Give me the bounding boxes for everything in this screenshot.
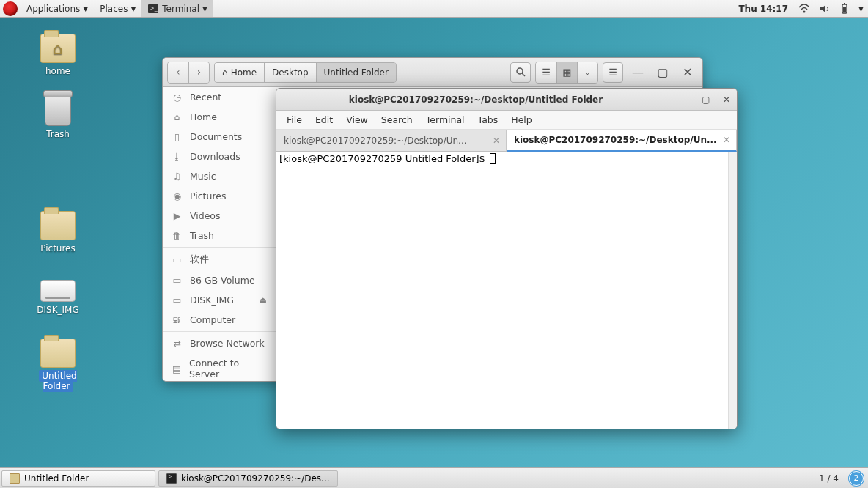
workspace-indicator[interactable]: 1 / 4 (813, 473, 845, 484)
server-icon: ▤ (172, 363, 182, 374)
notification-badge[interactable]: 2 (849, 471, 864, 486)
taskbar-item-terminal[interactable]: kiosk@PC201709270259:~/Des... (158, 470, 338, 487)
sidebar-item-home[interactable]: ⌂Home (163, 107, 276, 127)
music-icon: ♫ (172, 171, 183, 182)
drive-icon: ▭ (172, 275, 183, 286)
terminal-tab-2[interactable]: kiosk@PC201709270259:~/Desktop/Un...✕ (507, 130, 737, 152)
list-view-button[interactable]: ☰ (536, 62, 556, 83)
svg-line-7 (522, 73, 525, 76)
clock-icon: ◷ (172, 92, 183, 103)
search-button[interactable] (510, 62, 531, 83)
sidebar-item-documents[interactable]: ▯Documents (163, 127, 276, 147)
menu-edit[interactable]: Edit (309, 112, 339, 127)
scrollbar[interactable] (728, 152, 737, 429)
minimize-button[interactable]: — (675, 95, 696, 105)
file-manager-toolbar: ‹ › ⌂Home Desktop Untitled Folder ☰ ▦ ⌄ … (163, 58, 702, 87)
desktop-icon-disk[interactable]: DISK_IMG (25, 276, 91, 315)
view-options-button[interactable]: ⌄ (577, 62, 597, 83)
top-panel: Applications ▼ Places ▼ >_ Terminal ▼ Th… (0, 0, 868, 18)
close-button[interactable]: ✕ (716, 95, 737, 105)
sidebar-item-software[interactable]: ▭软件 (163, 249, 276, 270)
sidebar-item-downloads[interactable]: ⭳Downloads (163, 147, 276, 166)
forward-button[interactable]: › (188, 62, 209, 83)
trash-icon (45, 94, 71, 126)
terminal-output[interactable]: [kiosk@PC201709270259 Untitled Folder]$ (276, 152, 737, 429)
path-segment-home[interactable]: ⌂Home (215, 63, 265, 82)
sidebar-item-diskimg[interactable]: ▭DISK_IMG⏏ (163, 290, 276, 310)
wifi-icon[interactable] (794, 4, 814, 14)
drive-icon: ▭ (172, 295, 183, 306)
sidebar-item-86gb[interactable]: ▭86 GB Volume (163, 270, 276, 290)
desktop-icon-home[interactable]: home (25, 34, 91, 76)
home-folder-icon (40, 34, 76, 63)
terminal-icon: >_ (147, 3, 159, 15)
search-icon (516, 67, 526, 77)
sidebar-item-recent[interactable]: ◷Recent (163, 87, 276, 107)
svg-rect-5 (843, 7, 846, 12)
desktop-label: home (45, 66, 70, 76)
svg-rect-4 (844, 3, 845, 4)
terminal-titlebar[interactable]: kiosk@PC201709270259:~/Desktop/Untitled … (276, 89, 737, 111)
maximize-button[interactable]: ▢ (652, 62, 673, 83)
video-icon: ▶ (172, 210, 183, 221)
icon-view-button[interactable]: ▦ (556, 62, 577, 83)
terminal-title: kiosk@PC201709270259:~/Desktop/Untitled … (276, 95, 675, 105)
sidebar-item-videos[interactable]: ▶Videos (163, 206, 276, 226)
cursor-icon (490, 153, 496, 164)
home-icon: ⌂ (222, 67, 228, 78)
terminal-tab-1[interactable]: kiosk@PC201709270259:~/Desktop/Un...✕ (276, 130, 507, 151)
terminal-app-menu[interactable]: >_ Terminal ▼ (141, 0, 213, 17)
terminal-menubar: File Edit View Search Terminal Tabs Help (276, 111, 737, 130)
menu-search[interactable]: Search (375, 112, 419, 127)
folder-icon (40, 339, 76, 368)
folder-icon (10, 473, 20, 484)
menu-view[interactable]: View (340, 112, 374, 127)
menu-terminal[interactable]: Terminal (420, 112, 471, 127)
sidebar-item-trash[interactable]: 🗑Trash (163, 226, 276, 245)
terminal-icon (166, 473, 177, 484)
nav-buttons: ‹ › (167, 62, 210, 84)
menu-file[interactable]: File (281, 112, 308, 127)
menu-help[interactable]: Help (505, 112, 538, 127)
applications-menu[interactable]: Applications ▼ (21, 0, 94, 17)
close-tab-icon[interactable]: ✕ (493, 136, 499, 146)
menu-button[interactable]: ☰ (603, 62, 623, 83)
sidebar-item-music[interactable]: ♫Music (163, 166, 276, 186)
drive-icon: ▭ (172, 254, 183, 265)
path-bar: ⌂Home Desktop Untitled Folder (214, 62, 397, 83)
back-button[interactable]: ‹ (168, 62, 188, 83)
svg-point-2 (803, 10, 806, 12)
sidebar-item-browse-network[interactable]: ⇄Browse Network (163, 333, 276, 353)
clock[interactable]: Thu 14:17 (732, 4, 794, 14)
distro-logo-icon[interactable] (3, 1, 18, 16)
sidebar-item-pictures[interactable]: ◉Pictures (163, 186, 276, 206)
path-segment-desktop[interactable]: Desktop (265, 63, 317, 82)
user-menu-icon[interactable]: ▼ (854, 5, 868, 12)
places-menu[interactable]: Places ▼ (94, 0, 141, 17)
desktop-label: Pictures (40, 243, 76, 254)
pictures-folder-icon (40, 211, 76, 240)
maximize-button[interactable]: ▢ (696, 95, 716, 105)
taskbar-item-filemanager[interactable]: Untitled Folder (1, 470, 155, 487)
document-icon: ▯ (172, 131, 183, 142)
svg-point-6 (517, 68, 523, 74)
desktop-icon-trash[interactable]: Trash (25, 94, 91, 139)
close-button[interactable]: ✕ (677, 62, 698, 83)
computer-icon: 🖳 (172, 314, 183, 325)
network-icon: ⇄ (172, 338, 183, 349)
desktop-icon-untitled-folder[interactable]: Untitled Folder (25, 339, 91, 391)
close-tab-icon[interactable]: ✕ (723, 135, 729, 145)
desktop-label: Untitled Folder (39, 370, 76, 392)
path-segment-current[interactable]: Untitled Folder (317, 63, 396, 82)
sidebar-item-computer[interactable]: 🖳Computer (163, 310, 276, 330)
battery-icon[interactable] (835, 3, 854, 15)
eject-icon[interactable]: ⏏ (260, 295, 267, 305)
volume-icon[interactable] (814, 4, 835, 14)
desktop-label: DISK_IMG (37, 305, 78, 315)
desktop-icon-pictures[interactable]: Pictures (25, 211, 91, 254)
download-icon: ⭳ (172, 151, 183, 162)
sidebar-item-connect-server[interactable]: ▤Connect to Server (163, 353, 276, 381)
minimize-button[interactable]: — (628, 62, 648, 83)
menu-tabs[interactable]: Tabs (472, 112, 504, 127)
view-switcher: ☰ ▦ ⌄ (535, 62, 598, 84)
